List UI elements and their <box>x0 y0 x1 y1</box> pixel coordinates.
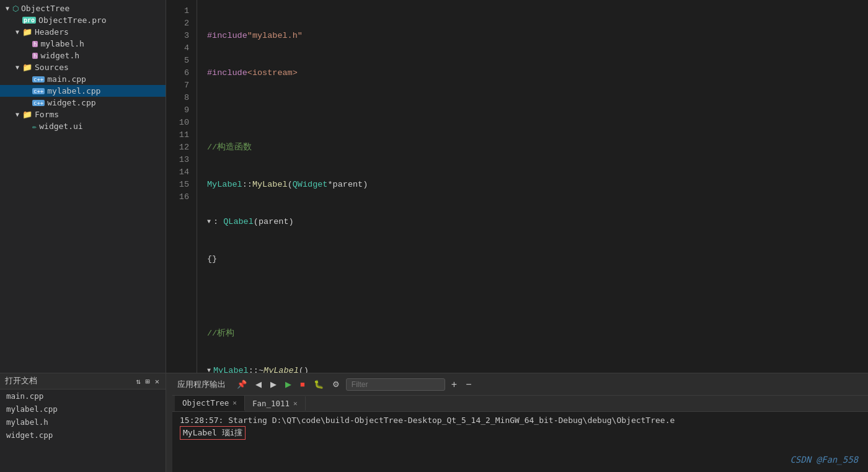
settings-button[interactable]: ⚙ <box>330 378 342 390</box>
sources-label: Sources <box>35 63 69 72</box>
prev-button[interactable]: ◀ <box>253 378 264 390</box>
tree-item-widget-cpp[interactable]: c++ widget.cpp <box>0 97 166 109</box>
close-panel-icon[interactable]: ✕ <box>154 377 161 386</box>
cpp-icon-mylabel: c++ <box>32 88 45 94</box>
tab-objecttree-label: ObjectTree <box>182 398 229 407</box>
panel-scrollbar[interactable] <box>166 373 172 472</box>
pro-icon: pro <box>22 17 36 24</box>
output-content: 15:28:57: Starting D:\QT\code\build-Obje… <box>172 412 868 472</box>
main-area: ▼ ⬡ ObjectTree pro ObjectTree.pro ▼ 📁 He… <box>0 0 868 373</box>
code-line-8 <box>207 290 858 303</box>
code-line-4: //构造函数 <box>207 141 858 154</box>
code-line-5: MyLabel::MyLabel(QWidget* parent) <box>207 179 858 191</box>
cpp-icon-main: c++ <box>32 76 45 82</box>
line-numbers: 12345 678910 1112131415 16 <box>166 0 197 373</box>
tree-item-headers[interactable]: ▼ 📁 Headers <box>0 26 166 38</box>
sources-arrow: ▼ <box>12 64 22 71</box>
doc-item-widget-cpp[interactable]: widget.cpp <box>0 429 166 442</box>
project-tree-sidebar: ▼ ⬡ ObjectTree pro ObjectTree.pro ▼ 📁 He… <box>0 0 166 373</box>
tab-objecttree-close[interactable]: ✕ <box>232 399 237 407</box>
widget-cpp-label: widget.cpp <box>47 98 95 107</box>
forms-arrow: ▼ <box>12 111 22 118</box>
cpp-icon-widget: c++ <box>32 100 45 106</box>
pin-button[interactable]: 📌 <box>234 378 249 390</box>
filter-input[interactable] <box>346 378 445 391</box>
app-output-panel: 应用程序输出 📌 ◀ ▶ ▶ ■ 🐛 ⚙ + − ObjectTree ✕ Fa… <box>172 373 868 472</box>
headers-arrow: ▼ <box>12 29 22 35</box>
tree-item-pro[interactable]: pro ObjectTree.pro <box>0 14 166 26</box>
tree-item-mylabel-h[interactable]: h mylabel.h <box>0 38 166 50</box>
tab-objecttree[interactable]: ObjectTree ✕ <box>175 396 245 411</box>
app-output-toolbar: 应用程序输出 📌 ◀ ▶ ▶ ■ 🐛 ⚙ + − <box>172 373 868 396</box>
output-highlight: MyLabel 瑙i攩 <box>180 426 246 440</box>
tree-item-main-cpp[interactable]: c++ main.cpp <box>0 73 166 85</box>
output-line-2: MyLabel 瑙i攩 <box>180 426 861 440</box>
tree-item-mylabel-cpp[interactable]: c++ mylabel.cpp <box>0 85 166 97</box>
add-button[interactable]: + <box>449 378 459 391</box>
code-line-7: {} <box>207 253 858 265</box>
csdn-watermark: CSDN @Fan_558 <box>790 455 858 465</box>
pro-label: ObjectTree.pro <box>38 16 107 25</box>
mylabel-h-label: mylabel.h <box>40 39 84 48</box>
doc-item-mylabel-cpp[interactable]: mylabel.cpp <box>0 403 166 416</box>
code-line-6: ▼ : QLabel(parent) <box>207 216 858 228</box>
tree-item-sources[interactable]: ▼ 📁 Sources <box>0 61 166 73</box>
open-docs-list: main.cpp mylabel.cpp mylabel.h widget.cp… <box>0 390 166 442</box>
debug-button[interactable]: 🐛 <box>311 378 326 390</box>
stop-button[interactable]: ■ <box>298 378 308 390</box>
open-docs-panel: 打开文档 ⇅ ⊞ ✕ main.cpp mylabel.cpp mylabel.… <box>0 373 166 472</box>
mylabel-cpp-label: mylabel.cpp <box>47 86 100 96</box>
tab-fan1011-label: Fan_1011 <box>252 399 290 408</box>
ui-icon: ✏ <box>32 122 37 131</box>
code-line-1: #include "mylabel.h" <box>207 30 858 42</box>
forms-folder-icon: 📁 <box>22 110 32 119</box>
widget-h-label: widget.h <box>40 51 79 60</box>
headers-folder-icon: 📁 <box>22 27 32 37</box>
tree-root[interactable]: ▼ ⬡ ObjectTree <box>0 2 166 14</box>
run-button[interactable]: ▶ <box>283 378 294 390</box>
code-line-2: #include <iostream> <box>207 67 858 79</box>
root-label: ObjectTree <box>21 4 69 13</box>
code-editor: 12345 678910 1112131415 16 #include "myl… <box>166 0 868 373</box>
open-docs-icons: ⇅ ⊞ ✕ <box>135 377 161 386</box>
widget-ui-label: widget.ui <box>39 122 82 131</box>
main-cpp-label: main.cpp <box>47 74 86 84</box>
sources-folder-icon: 📁 <box>22 63 32 72</box>
code-line-3 <box>207 104 858 117</box>
open-docs-title: 打开文档 <box>5 376 37 386</box>
code-lines: #include "mylabel.h" #include <iostream>… <box>197 0 868 373</box>
tab-fan1011[interactable]: Fan_1011 ✕ <box>245 396 306 411</box>
bottom-panel: 打开文档 ⇅ ⊞ ✕ main.cpp mylabel.cpp mylabel.… <box>0 373 868 472</box>
open-docs-header: 打开文档 ⇅ ⊞ ✕ <box>0 373 166 390</box>
minus-button[interactable]: − <box>463 378 474 391</box>
tree-item-forms[interactable]: ▼ 📁 Forms <box>0 109 166 120</box>
headers-label: Headers <box>35 27 69 37</box>
header-icon: h <box>32 41 38 47</box>
doc-item-main[interactable]: main.cpp <box>0 390 166 403</box>
sort-icon[interactable]: ⇅ <box>135 377 141 386</box>
root-arrow: ▼ <box>2 5 12 12</box>
code-line-10: ▼MyLabel::~MyLabel() <box>207 365 858 373</box>
app-output-label: 应用程序输出 <box>177 379 226 390</box>
code-container: 12345 678910 1112131415 16 #include "myl… <box>166 0 868 373</box>
doc-item-mylabel-h[interactable]: mylabel.h <box>0 416 166 429</box>
tab-fan1011-close[interactable]: ✕ <box>293 399 298 407</box>
code-line-9: //析构 <box>207 327 858 340</box>
next-button[interactable]: ▶ <box>268 378 279 390</box>
tree-item-widget-ui[interactable]: ✏ widget.ui <box>0 120 166 132</box>
add-doc-icon[interactable]: ⊞ <box>144 377 151 386</box>
tree-item-widget-h[interactable]: h widget.h <box>0 50 166 61</box>
output-tabs: ObjectTree ✕ Fan_1011 ✕ <box>172 396 868 412</box>
output-line-1: 15:28:57: Starting D:\QT\code\build-Obje… <box>180 416 861 425</box>
forms-label: Forms <box>35 110 59 119</box>
project-icon: ⬡ <box>12 4 19 13</box>
header-icon-2: h <box>32 53 38 59</box>
